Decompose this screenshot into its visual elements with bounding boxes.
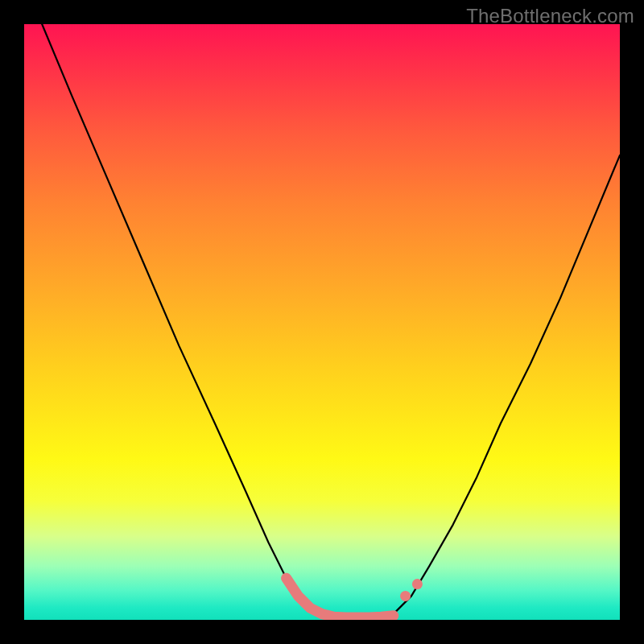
watermark-text: TheBottleneck.com <box>466 5 634 27</box>
chart-svg <box>24 24 620 620</box>
plot-area <box>24 24 620 620</box>
curve-left-branch <box>42 24 334 617</box>
chart-frame: TheBottleneck.com <box>0 0 644 644</box>
curve-right-branch <box>394 155 620 614</box>
marker-dot-2 <box>412 579 423 589</box>
optimal-zone-band <box>287 578 394 617</box>
marker-dot-1 <box>400 591 411 601</box>
